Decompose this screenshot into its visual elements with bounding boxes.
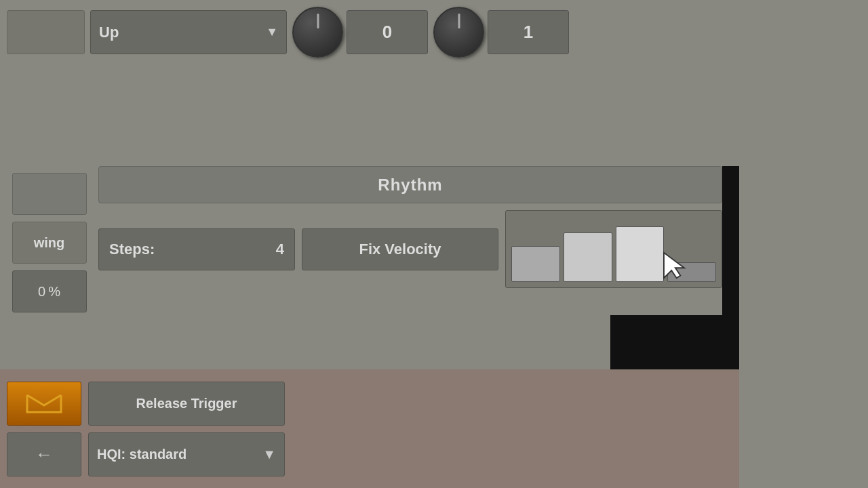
knob2-container: 1 (433, 7, 569, 58)
fix-velocity-label: Fix Velocity (359, 241, 441, 258)
knob2-value: 1 (488, 10, 569, 54)
swing-text: wing (34, 235, 65, 251)
knob1-container: 0 (292, 7, 428, 58)
rhythm-title: Rhythm (378, 176, 442, 195)
steps-display: Steps: 4 (98, 228, 295, 270)
direction-dropdown[interactable]: Up ▼ (90, 10, 287, 54)
step-cell-2[interactable] (564, 232, 612, 282)
arrow-icon: ← (35, 444, 53, 465)
bottom-controls: ← Release Trigger HQI: standard ▼ (0, 369, 739, 488)
step-cell-1[interactable] (511, 246, 560, 282)
percent-display: 0 % (12, 270, 87, 312)
arrow-button[interactable]: ← (7, 432, 81, 476)
top-left-button[interactable] (7, 10, 85, 54)
steps-value: 4 (276, 241, 284, 258)
rhythm-bars-container[interactable] (505, 210, 722, 288)
release-trigger-label: Release Trigger (136, 396, 237, 411)
percent-value: 0 (38, 284, 45, 300)
hqi-arrow-icon: ▼ (262, 447, 276, 462)
left-bottom-buttons: ← (7, 382, 81, 476)
rhythm-controls: Steps: 4 Fix Velocity (98, 210, 722, 288)
direction-label: Up (99, 24, 119, 41)
hqi-label: HQI: standard (97, 447, 186, 462)
release-trigger-button[interactable]: Release Trigger (88, 382, 285, 426)
middle-area (0, 64, 739, 166)
envelope-icon (24, 392, 64, 415)
right-bottom-buttons: Release Trigger HQI: standard ▼ (88, 382, 285, 476)
top-row: Up ▼ 0 1 (0, 0, 739, 64)
swing-label: wing (12, 222, 87, 264)
cursor-icon (660, 250, 688, 281)
rhythm-section: Rhythm Steps: 4 Fix Velocity (98, 166, 722, 315)
main-panel: Up ▼ 0 1 wing 0 % Rhythm St (0, 0, 739, 488)
step-cell-3[interactable] (616, 226, 665, 282)
knob1[interactable] (292, 7, 343, 58)
knob2[interactable] (433, 7, 484, 58)
bottom-section: ← Release Trigger HQI: standard ▼ (0, 369, 739, 488)
orange-button[interactable] (7, 382, 81, 426)
hqi-dropdown[interactable]: HQI: standard ▼ (88, 432, 285, 476)
knob1-value: 0 (347, 10, 428, 54)
dropdown-arrow-icon: ▼ (266, 25, 278, 39)
left-side-panel: wing 0 % (0, 166, 98, 383)
percent-symbol: % (48, 284, 60, 300)
fix-velocity-button[interactable]: Fix Velocity (302, 228, 498, 270)
rhythm-header: Rhythm (98, 166, 722, 203)
steps-label: Steps: (109, 241, 155, 258)
left-small-button[interactable] (12, 173, 87, 215)
